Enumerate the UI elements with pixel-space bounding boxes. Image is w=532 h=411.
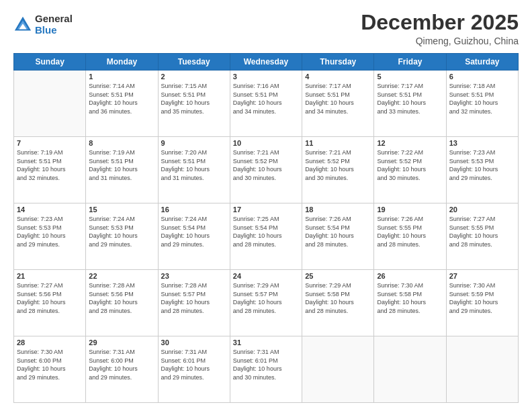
day-info: Sunrise: 7:28 AM Sunset: 5:56 PM Dayligh… bbox=[89, 281, 154, 315]
calendar-week-0: 1Sunrise: 7:14 AM Sunset: 5:51 PM Daylig… bbox=[14, 71, 519, 137]
day-number: 9 bbox=[161, 139, 227, 147]
day-info: Sunrise: 7:29 AM Sunset: 5:58 PM Dayligh… bbox=[305, 281, 371, 315]
calendar-week-2: 14Sunrise: 7:23 AM Sunset: 5:53 PM Dayli… bbox=[14, 203, 519, 270]
weekday-header-thursday: Thursday bbox=[302, 54, 374, 71]
calendar-cell: 3Sunrise: 7:16 AM Sunset: 5:51 PM Daylig… bbox=[230, 71, 302, 137]
day-number: 20 bbox=[449, 205, 515, 214]
calendar-cell: 4Sunrise: 7:17 AM Sunset: 5:51 PM Daylig… bbox=[302, 71, 374, 137]
calendar-cell: 16Sunrise: 7:24 AM Sunset: 5:54 PM Dayli… bbox=[158, 203, 230, 270]
day-info: Sunrise: 7:19 AM Sunset: 5:51 PM Dayligh… bbox=[89, 148, 154, 182]
day-number: 2 bbox=[161, 73, 227, 81]
calendar-cell: 30Sunrise: 7:31 AM Sunset: 6:01 PM Dayli… bbox=[158, 336, 230, 403]
day-number: 4 bbox=[305, 73, 371, 81]
day-number: 12 bbox=[377, 139, 443, 147]
day-number: 31 bbox=[233, 338, 299, 347]
weekday-header-friday: Friday bbox=[374, 54, 446, 71]
calendar-cell bbox=[302, 336, 374, 403]
day-info: Sunrise: 7:31 AM Sunset: 6:01 PM Dayligh… bbox=[161, 348, 227, 381]
weekday-header-row: SundayMondayTuesdayWednesdayThursdayFrid… bbox=[14, 54, 519, 71]
calendar-cell: 17Sunrise: 7:25 AM Sunset: 5:54 PM Dayli… bbox=[230, 203, 302, 270]
day-info: Sunrise: 7:21 AM Sunset: 5:52 PM Dayligh… bbox=[305, 148, 371, 182]
month-title: December 2025 bbox=[361, 11, 519, 34]
day-number: 25 bbox=[305, 272, 371, 280]
day-number: 21 bbox=[17, 272, 83, 280]
day-info: Sunrise: 7:30 AM Sunset: 5:58 PM Dayligh… bbox=[377, 281, 443, 315]
day-number: 19 bbox=[377, 205, 443, 214]
calendar-cell: 29Sunrise: 7:31 AM Sunset: 6:00 PM Dayli… bbox=[86, 336, 158, 403]
weekday-header-wednesday: Wednesday bbox=[230, 54, 302, 71]
weekday-header-sunday: Sunday bbox=[14, 54, 86, 71]
day-info: Sunrise: 7:15 AM Sunset: 5:51 PM Dayligh… bbox=[161, 82, 227, 116]
calendar-cell: 8Sunrise: 7:19 AM Sunset: 5:51 PM Daylig… bbox=[86, 137, 158, 203]
day-number: 24 bbox=[233, 272, 299, 280]
day-number: 13 bbox=[449, 139, 515, 147]
day-number: 27 bbox=[449, 272, 515, 280]
day-number: 23 bbox=[161, 272, 227, 280]
day-info: Sunrise: 7:30 AM Sunset: 5:59 PM Dayligh… bbox=[449, 281, 515, 315]
calendar-cell: 7Sunrise: 7:19 AM Sunset: 5:51 PM Daylig… bbox=[14, 137, 86, 203]
day-info: Sunrise: 7:19 AM Sunset: 5:51 PM Dayligh… bbox=[17, 148, 83, 182]
calendar-cell: 28Sunrise: 7:30 AM Sunset: 6:00 PM Dayli… bbox=[14, 336, 86, 403]
calendar-cell: 2Sunrise: 7:15 AM Sunset: 5:51 PM Daylig… bbox=[158, 71, 230, 137]
day-info: Sunrise: 7:23 AM Sunset: 5:53 PM Dayligh… bbox=[17, 215, 83, 248]
day-number: 16 bbox=[161, 205, 227, 214]
weekday-header-monday: Monday bbox=[86, 54, 158, 71]
calendar-cell bbox=[446, 336, 518, 403]
calendar-cell: 1Sunrise: 7:14 AM Sunset: 5:51 PM Daylig… bbox=[86, 71, 158, 137]
calendar-cell: 15Sunrise: 7:24 AM Sunset: 5:53 PM Dayli… bbox=[86, 203, 158, 270]
day-info: Sunrise: 7:26 AM Sunset: 5:55 PM Dayligh… bbox=[377, 215, 443, 248]
day-number: 8 bbox=[89, 139, 154, 147]
calendar-cell: 21Sunrise: 7:27 AM Sunset: 5:56 PM Dayli… bbox=[14, 270, 86, 336]
day-info: Sunrise: 7:27 AM Sunset: 5:56 PM Dayligh… bbox=[17, 281, 83, 315]
weekday-header-saturday: Saturday bbox=[446, 54, 518, 71]
day-info: Sunrise: 7:17 AM Sunset: 5:51 PM Dayligh… bbox=[377, 82, 443, 116]
calendar-week-3: 21Sunrise: 7:27 AM Sunset: 5:56 PM Dayli… bbox=[14, 270, 519, 336]
day-number: 18 bbox=[305, 205, 371, 214]
day-number: 26 bbox=[377, 272, 443, 280]
calendar-cell: 13Sunrise: 7:23 AM Sunset: 5:53 PM Dayli… bbox=[446, 137, 518, 203]
day-number: 11 bbox=[305, 139, 371, 147]
calendar-cell: 27Sunrise: 7:30 AM Sunset: 5:59 PM Dayli… bbox=[446, 270, 518, 336]
calendar-cell: 26Sunrise: 7:30 AM Sunset: 5:58 PM Dayli… bbox=[374, 270, 446, 336]
logo-general-text: General bbox=[35, 13, 73, 25]
day-number: 15 bbox=[89, 205, 154, 214]
calendar-cell: 31Sunrise: 7:31 AM Sunset: 6:01 PM Dayli… bbox=[230, 336, 302, 403]
day-number: 14 bbox=[17, 205, 83, 214]
calendar-cell: 24Sunrise: 7:29 AM Sunset: 5:57 PM Dayli… bbox=[230, 270, 302, 336]
calendar-cell: 6Sunrise: 7:18 AM Sunset: 5:51 PM Daylig… bbox=[446, 71, 518, 137]
calendar-cell: 5Sunrise: 7:17 AM Sunset: 5:51 PM Daylig… bbox=[374, 71, 446, 137]
day-info: Sunrise: 7:14 AM Sunset: 5:51 PM Dayligh… bbox=[89, 82, 154, 116]
header: General Blue December 2025 Qimeng, Guizh… bbox=[13, 11, 519, 46]
day-number: 17 bbox=[233, 205, 299, 214]
day-number: 30 bbox=[161, 338, 227, 347]
title-block: December 2025 Qimeng, Guizhou, China bbox=[361, 11, 519, 46]
calendar-cell: 20Sunrise: 7:27 AM Sunset: 5:55 PM Dayli… bbox=[446, 203, 518, 270]
day-number: 3 bbox=[233, 73, 299, 81]
day-info: Sunrise: 7:21 AM Sunset: 5:52 PM Dayligh… bbox=[233, 148, 299, 182]
day-info: Sunrise: 7:23 AM Sunset: 5:53 PM Dayligh… bbox=[449, 148, 515, 182]
day-info: Sunrise: 7:26 AM Sunset: 5:54 PM Dayligh… bbox=[305, 215, 371, 248]
day-number: 7 bbox=[17, 139, 83, 147]
calendar-cell bbox=[374, 336, 446, 403]
day-number: 29 bbox=[89, 338, 154, 347]
day-info: Sunrise: 7:16 AM Sunset: 5:51 PM Dayligh… bbox=[233, 82, 299, 116]
logo: General Blue bbox=[13, 13, 73, 36]
calendar-cell: 18Sunrise: 7:26 AM Sunset: 5:54 PM Dayli… bbox=[302, 203, 374, 270]
day-number: 28 bbox=[17, 338, 83, 347]
calendar-cell: 12Sunrise: 7:22 AM Sunset: 5:52 PM Dayli… bbox=[374, 137, 446, 203]
logo-blue-text: Blue bbox=[35, 25, 73, 36]
day-number: 5 bbox=[377, 73, 443, 81]
calendar-cell: 25Sunrise: 7:29 AM Sunset: 5:58 PM Dayli… bbox=[302, 270, 374, 336]
calendar-cell: 22Sunrise: 7:28 AM Sunset: 5:56 PM Dayli… bbox=[86, 270, 158, 336]
weekday-header-tuesday: Tuesday bbox=[158, 54, 230, 71]
calendar-cell: 14Sunrise: 7:23 AM Sunset: 5:53 PM Dayli… bbox=[14, 203, 86, 270]
calendar-cell: 9Sunrise: 7:20 AM Sunset: 5:51 PM Daylig… bbox=[158, 137, 230, 203]
day-number: 10 bbox=[233, 139, 299, 147]
day-info: Sunrise: 7:17 AM Sunset: 5:51 PM Dayligh… bbox=[305, 82, 371, 116]
day-info: Sunrise: 7:24 AM Sunset: 5:53 PM Dayligh… bbox=[89, 215, 154, 248]
calendar-cell: 19Sunrise: 7:26 AM Sunset: 5:55 PM Dayli… bbox=[374, 203, 446, 270]
day-info: Sunrise: 7:20 AM Sunset: 5:51 PM Dayligh… bbox=[161, 148, 227, 182]
day-info: Sunrise: 7:27 AM Sunset: 5:55 PM Dayligh… bbox=[449, 215, 515, 248]
day-info: Sunrise: 7:30 AM Sunset: 6:00 PM Dayligh… bbox=[17, 348, 83, 381]
day-info: Sunrise: 7:24 AM Sunset: 5:54 PM Dayligh… bbox=[161, 215, 227, 248]
